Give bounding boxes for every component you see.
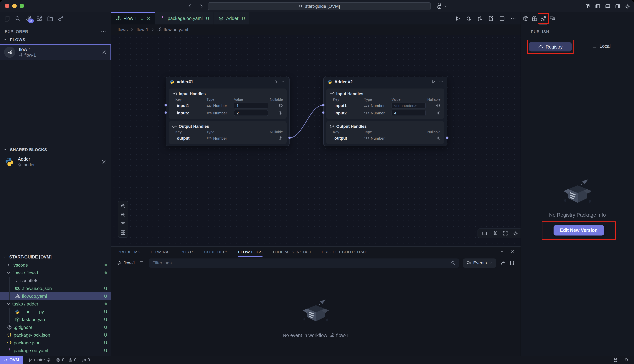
toggle-right-sidebar-icon[interactable] [615,4,620,9]
assistant-rabbit-icon[interactable] [436,3,443,10]
log-flow-selector[interactable]: flow-1 [117,260,135,266]
search-view-icon[interactable] [15,15,21,21]
handle-value-input[interactable]: 4 [391,110,426,116]
shared-blocks-header[interactable]: SHARED BLOCKS [0,146,111,154]
close-window-button[interactable] [5,4,9,8]
settings-gear-icon[interactable] [625,4,630,9]
panel-tab-ports[interactable]: PORTS [180,250,195,256]
export-logs-icon[interactable] [509,260,515,266]
tree-item-flow-oo-yaml[interactable]: flow.oo.yamlU [0,292,111,300]
panel-tab-terminal[interactable]: TERMINAL [150,250,171,256]
flow-node-adder-1[interactable]: adder#1Input HandlesKeyTypeValueNullable… [166,77,290,146]
export-file-icon[interactable] [488,15,494,21]
tree-item-package-lock-json[interactable]: {}package-lock.jsonU [0,331,111,339]
explorer-files-icon[interactable] [4,15,10,21]
editor-tab-package-oo-yaml[interactable]: !package.oo.yamlU [155,12,214,24]
zoom-out-icon[interactable] [120,212,126,217]
node-more-icon[interactable] [439,80,444,84]
tree-item-tasks-adder[interactable]: tasks / adder [0,300,111,308]
handle-value-input[interactable]: 2 [234,110,268,116]
fullscreen-icon[interactable] [503,231,508,236]
breadcrumb-item-flow-oo-yaml[interactable]: flow.oo.yaml [157,27,188,32]
canvas-settings-icon[interactable] [513,231,518,236]
rerun-flow-icon[interactable] [466,15,472,21]
flows-view-icon[interactable]: 13 [26,15,32,21]
ports-item[interactable]: 0 [82,358,90,362]
tree-item-flow-ui-oo-json[interactable]: .flow.ui.oo.jsonU [0,284,111,292]
panel-maximize-icon[interactable] [500,249,504,254]
nav-back-icon[interactable] [187,4,192,9]
split-editor-icon[interactable] [499,15,505,21]
maximize-window-button[interactable] [20,4,24,8]
handle-settings-icon[interactable] [278,136,283,140]
comments-icon[interactable] [549,15,555,21]
run-flow-icon[interactable] [455,15,461,21]
panel-tab-problems[interactable]: PROBLEMS [118,250,140,256]
remote-indicator[interactable]: OVM [0,356,23,364]
flow-canvas[interactable]: adder#1Input HandlesKeyTypeValueNullable… [111,35,521,246]
handle-settings-icon[interactable] [278,111,283,115]
local-button[interactable]: Local [592,44,611,49]
tree-item-package-oo-yaml[interactable]: !package.oo.yamlU [0,346,111,354]
tree-item-vscode[interactable]: .vscode [0,261,111,269]
panel-tab-flow-logs[interactable]: FLOW LOGS [238,250,263,256]
minimap-icon[interactable] [492,231,498,236]
tree-item-task-oo-yaml[interactable]: task.oo.yamlU [0,316,111,323]
zoom-in-icon[interactable] [120,203,126,208]
flow-card-gear-icon[interactable] [102,50,107,55]
panel-tab-code-deps[interactable]: CODE DEPS [204,250,229,256]
editor-tab-flow-1[interactable]: Flow 1U [111,12,155,24]
assistant-rabbit-icon[interactable] [613,357,618,362]
chevron-down-icon[interactable] [444,4,448,8]
tree-item-flows-flow-1[interactable]: flows / flow-1 [0,269,111,276]
handle-settings-icon[interactable] [278,103,283,108]
breadcrumb[interactable]: flowsflow-1flow.oo.yaml [111,24,521,35]
compare-icon[interactable] [477,15,483,21]
console-icon[interactable] [482,231,487,236]
breadcrumb-item-flows[interactable]: flows [118,27,128,32]
extensions-view-icon[interactable] [36,15,42,21]
package-box-icon[interactable] [523,15,529,21]
log-list-icon[interactable] [139,260,145,266]
more-actions-icon[interactable] [510,15,516,21]
explorer-more-icon[interactable] [101,29,106,34]
tree-item-package-json[interactable]: {}package.jsonU [0,339,111,346]
shared-block-adder[interactable]: Adder adder [0,154,111,170]
shared-block-gear-icon[interactable] [101,159,106,164]
toggle-sidebar-icon[interactable] [595,4,600,9]
toggle-panel-icon[interactable] [605,4,610,9]
run-node-icon[interactable] [431,80,436,84]
breadcrumb-item-flow-1[interactable]: flow-1 [137,27,148,32]
flows-section-header[interactable]: FLOWS [0,36,111,44]
secrets-view-icon[interactable] [58,15,64,21]
customize-layout-icon[interactable] [585,4,590,9]
filter-logs-input[interactable]: Filter logs [149,258,459,268]
flow-node-adder-2[interactable]: Adder #2Input HandlesKeyTypeValueNullabl… [323,77,447,146]
problems-item[interactable]: 0 0 [56,358,77,362]
tree-item-scriptlets[interactable]: scriptlets [0,276,111,284]
close-icon[interactable] [146,16,150,20]
folder-view-icon[interactable] [47,15,53,21]
handle-settings-icon[interactable] [436,103,441,108]
clear-logs-icon[interactable] [500,260,505,266]
run-node-icon[interactable] [274,80,278,84]
nav-forward-icon[interactable] [199,4,204,9]
panel-tab-toolpack-install[interactable]: TOOLPACK INSTALL [272,250,312,256]
editor-tab-adder[interactable]: AdderU [214,12,250,24]
layout-grid-icon[interactable] [120,230,126,235]
flow-1-card[interactable]: flow-1 flow-1 [0,44,111,60]
command-center-search[interactable]: start-guide [OVM] [208,2,431,10]
handle-settings-icon[interactable] [436,111,441,115]
tree-root-header[interactable]: START-GUIDE [OVM] [0,253,111,261]
node-more-icon[interactable] [281,80,286,84]
handle-value-input[interactable]: 1 [234,102,268,108]
minimize-window-button[interactable] [12,4,17,8]
panel-close-icon[interactable] [511,249,515,254]
events-dropdown[interactable]: Events [463,258,496,268]
handle-settings-icon[interactable] [436,136,441,140]
gift-icon[interactable] [532,15,538,21]
fit-view-icon[interactable] [120,221,126,226]
panel-tab-project-bootstrap[interactable]: PROJECT BOOTSTRAP [322,250,367,256]
notifications-bell-icon[interactable] [624,358,629,362]
tree-item-gitignore[interactable]: .gitignoreU [0,323,111,331]
